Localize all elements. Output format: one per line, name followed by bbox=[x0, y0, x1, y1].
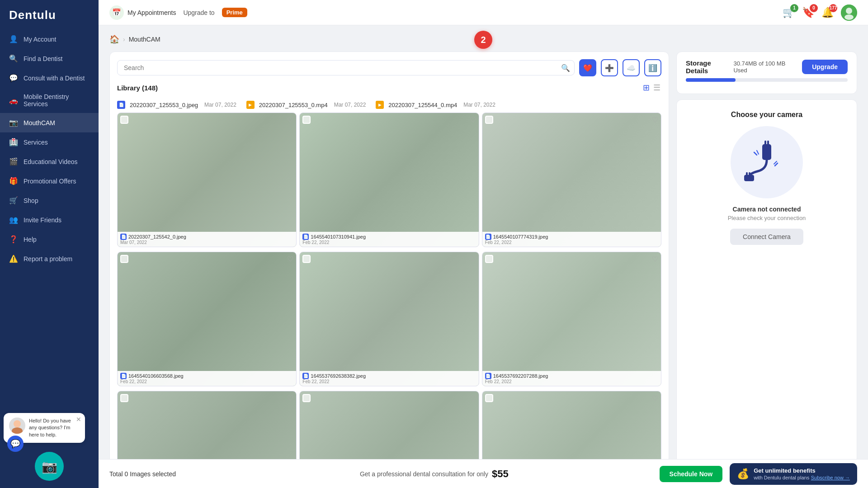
logo-text: Dentulu bbox=[9, 8, 56, 22]
appointments-label[interactable]: My Appointments bbox=[127, 9, 176, 16]
wishlist-button[interactable]: 🔖 0 bbox=[802, 7, 814, 19]
heart-icon-5[interactable]: ♡ bbox=[470, 255, 476, 263]
heart-icon-9[interactable]: ♡ bbox=[652, 394, 658, 403]
home-breadcrumb[interactable]: 🏠 bbox=[109, 34, 119, 44]
sidebar-nav: 👤My Account🔍Find a Dentist💬Consult with … bbox=[0, 29, 99, 445]
topbar-icons: 🛒 1 🔖 0 🔔 177 bbox=[783, 5, 857, 21]
add-image-button[interactable]: ➕ bbox=[601, 59, 618, 76]
camera-card: Choose your camera bbox=[676, 99, 857, 459]
image-checkbox-5[interactable] bbox=[302, 255, 311, 263]
sidebar-item-report-problem[interactable]: ⚠️Report a problem bbox=[0, 249, 99, 268]
heart-icon-2[interactable]: ♡ bbox=[470, 116, 476, 124]
svg-point-4 bbox=[844, 14, 854, 20]
image-card-6[interactable]: ♡ 📄1645537692207288.jpeg Feb 22, 2022 bbox=[482, 252, 661, 386]
sidebar-item-my-account[interactable]: 👤My Account bbox=[0, 29, 99, 49]
schedule-now-button[interactable]: Schedule Now bbox=[660, 466, 723, 482]
library-header: Library (148) ⊞ ☰ bbox=[117, 82, 661, 94]
sidebar-item-mouthcam[interactable]: 📷MouthCAM bbox=[0, 113, 99, 132]
ad-text: Get unlimited benefits with Dentulu dent… bbox=[754, 467, 850, 481]
svg-point-3 bbox=[846, 8, 852, 14]
favorites-filter-button[interactable]: ❤️ bbox=[579, 59, 596, 76]
image-card-7[interactable]: ♡ 📄1645533454296533.jpeg Feb 22, 2022 bbox=[117, 391, 297, 459]
camera-launch-button[interactable]: 📷 bbox=[35, 452, 64, 481]
sidebar-item-invite-friends[interactable]: 👥Invite Friends bbox=[0, 210, 99, 230]
ad-subscribe-link[interactable]: Subscribe now → bbox=[811, 475, 850, 480]
heart-icon-1[interactable]: ♡ bbox=[287, 116, 293, 124]
heart-icon-4[interactable]: ♡ bbox=[287, 255, 293, 263]
image-card-4[interactable]: ♡ 📄1645540106603568.jpeg Feb 22, 2022 bbox=[117, 252, 297, 386]
image-row2: ♡ 📄1645540106603568.jpeg Feb 22, 2022 ♡ bbox=[117, 252, 661, 386]
cart-badge: 1 bbox=[790, 4, 798, 12]
sidebar-logo: Dentulu bbox=[0, 0, 99, 29]
ad-sub: with Dentulu dental plans bbox=[754, 475, 809, 480]
image-checkbox-9[interactable] bbox=[485, 394, 493, 402]
sidebar-item-educational-videos[interactable]: 🎬Educational Videos bbox=[0, 152, 99, 171]
main-content: 📅 My Appointments Upgrade to Prime 🛒 1 🔖… bbox=[99, 0, 868, 488]
image-checkbox-1[interactable] bbox=[120, 116, 128, 124]
sidebar-label-report-problem: Report a problem bbox=[24, 255, 72, 263]
promotional-offers-icon: 🎁 bbox=[9, 177, 18, 185]
prime-badge[interactable]: Prime bbox=[222, 8, 247, 17]
sidebar-item-mobile-dentistry[interactable]: 🚗Mobile Dentistry Services bbox=[0, 88, 99, 113]
image-card-5[interactable]: ♡ 📄1645537692638382.jpeg Feb 22, 2022 bbox=[299, 252, 479, 386]
invite-friends-icon: 👥 bbox=[9, 216, 18, 224]
heart-icon-6[interactable]: ♡ bbox=[652, 255, 658, 263]
sidebar-label-find-dentist: Find a Dentist bbox=[24, 55, 62, 62]
sidebar-item-find-dentist[interactable]: 🔍Find a Dentist bbox=[0, 49, 99, 68]
image-card-3[interactable]: ♡ 📄1645540107774319.jpeg Feb 22, 2022 bbox=[482, 113, 661, 247]
image-checkbox-7[interactable] bbox=[120, 394, 128, 402]
report-problem-icon: ⚠️ bbox=[9, 254, 18, 263]
svg-line-14 bbox=[774, 161, 777, 164]
info-button[interactable]: ℹ️ bbox=[644, 59, 661, 76]
chat-toggle-button[interactable]: 💬 bbox=[7, 436, 24, 452]
image-info-4: 📄1645540106603568.jpeg Feb 22, 2022 bbox=[118, 371, 296, 386]
ad-icon: 💰 bbox=[737, 468, 749, 480]
list-view-button[interactable]: ☰ bbox=[652, 82, 661, 94]
sidebar-item-services[interactable]: 🏥Services bbox=[0, 132, 99, 152]
image-checkbox-3[interactable] bbox=[485, 116, 493, 124]
connect-camera-button[interactable]: Connect Camera bbox=[730, 229, 803, 245]
promo-price: $55 bbox=[492, 468, 509, 480]
notifications-button[interactable]: 🔔 177 bbox=[821, 7, 834, 19]
image-checkbox-2[interactable] bbox=[302, 116, 311, 124]
svg-rect-5 bbox=[762, 144, 771, 160]
camera-not-connected-label: Camera not connected bbox=[728, 206, 806, 213]
services-icon: 🏥 bbox=[9, 138, 18, 146]
image-card-2[interactable]: ♡ 📄1645540107310941.jpeg Feb 22, 2022 bbox=[299, 113, 479, 247]
image-card-8[interactable]: ♡ 📄1645533454659230.jpeg Feb 22, 2022 bbox=[299, 391, 479, 459]
search-input[interactable] bbox=[117, 60, 575, 75]
img-date-5: Feb 22, 2022 bbox=[302, 379, 476, 384]
image-checkbox-6[interactable] bbox=[485, 255, 493, 263]
sidebar-label-educational-videos: Educational Videos bbox=[24, 158, 78, 165]
user-avatar[interactable] bbox=[841, 5, 857, 21]
storage-bar-bg bbox=[686, 78, 848, 82]
image-card-9[interactable]: ♡ 📄1645533453397984.jpeg Feb 22, 2022 bbox=[482, 391, 661, 459]
img-type-icon-4: 📄 bbox=[120, 373, 127, 379]
view-toggle: ⊞ ☰ bbox=[642, 82, 661, 94]
image-info-1: 📄20220307_125542_0.jpeg Mar 07, 2022 bbox=[118, 232, 296, 247]
heart-icon-8[interactable]: ♡ bbox=[470, 394, 476, 403]
row1-filename2: 20220307_125553_0.mp4 bbox=[259, 102, 328, 108]
appointments-icon: 📅 bbox=[109, 5, 124, 20]
image-checkbox-8[interactable] bbox=[302, 394, 311, 402]
svg-point-0 bbox=[14, 420, 21, 427]
library-toolbar: 🔍 ❤️ ➕ ☁️ ℹ️ bbox=[117, 59, 661, 76]
image-checkbox-4[interactable] bbox=[120, 255, 128, 263]
grid-view-button[interactable]: ⊞ bbox=[642, 82, 651, 94]
educational-videos-icon: 🎬 bbox=[9, 157, 18, 166]
heart-icon-7[interactable]: ♡ bbox=[287, 394, 293, 403]
sidebar-item-consult-dentist[interactable]: 💬Consult with a Dentist bbox=[0, 68, 99, 88]
help-icon: ❓ bbox=[9, 235, 18, 244]
image-card-1[interactable]: ♡ 📄20220307_125542_0.jpeg Mar 07, 2022 bbox=[117, 113, 297, 247]
cart-button[interactable]: 🛒 1 bbox=[783, 7, 795, 19]
file-icon-yellow2: ▶ bbox=[246, 101, 255, 109]
heart-icon-3[interactable]: ♡ bbox=[652, 116, 658, 124]
upgrade-storage-button[interactable]: Upgrade bbox=[802, 60, 848, 74]
sidebar-item-promotional-offers[interactable]: 🎁Promotional Offers bbox=[0, 171, 99, 191]
bottom-ad-banner[interactable]: 💰 Get unlimited benefits with Dentulu de… bbox=[730, 463, 857, 485]
sidebar-item-shop[interactable]: 🛒Shop bbox=[0, 191, 99, 210]
mobile-dentistry-icon: 🚗 bbox=[9, 96, 18, 105]
upload-button[interactable]: ☁️ bbox=[623, 59, 640, 76]
chat-close-icon[interactable]: ✕ bbox=[76, 416, 81, 423]
sidebar-item-help[interactable]: ❓Help bbox=[0, 230, 99, 249]
